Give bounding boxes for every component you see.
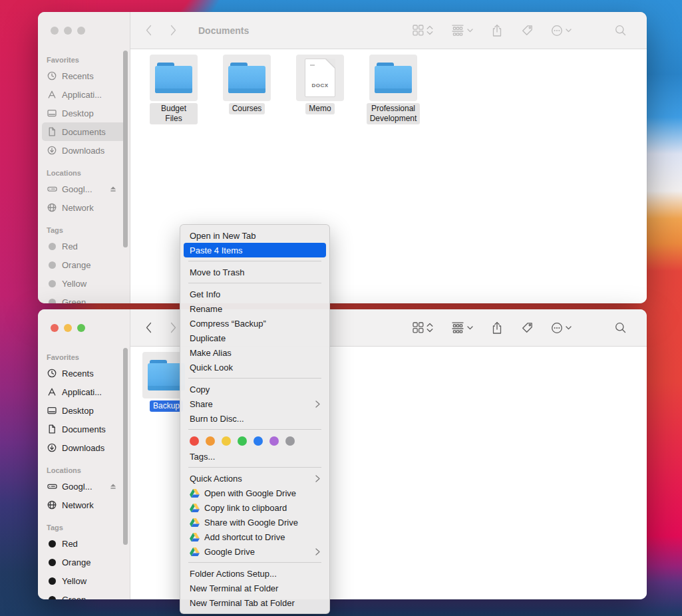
file-item-courses[interactable]: Courses [223, 55, 271, 114]
sidebar-item-recents[interactable]: Recents [42, 67, 126, 85]
sidebar-item-green[interactable]: Green [42, 293, 126, 303]
toolbar-button-tag[interactable] [515, 322, 539, 334]
zoom-button[interactable] [77, 27, 85, 35]
menu-item-add-shortcut-to-drive[interactable]: Add shortcut to Drive [184, 530, 326, 544]
sidebar-item-googl[interactable]: Googl... [42, 477, 126, 496]
tag-icon [521, 322, 533, 334]
toolbar-button-share[interactable] [485, 321, 509, 335]
context-menu: Open in New Tab Paste 4 Items Move to Tr… [180, 224, 330, 614]
file-label: Backup [150, 400, 183, 412]
menu-item-quick-look[interactable]: Quick Look [184, 360, 326, 375]
clock-icon [47, 71, 57, 80]
sidebar-item-applicati[interactable]: Applicati... [42, 85, 126, 104]
eject-icon[interactable] [109, 482, 121, 492]
toolbar-button-group-by[interactable] [445, 322, 479, 333]
menu-item-rename[interactable]: Rename [184, 301, 326, 316]
tag-color-dot[interactable] [285, 436, 295, 446]
sidebar-item-applicati[interactable]: Applicati... [42, 383, 126, 401]
sidebar-item-orange[interactable]: Orange [42, 255, 126, 274]
file-icon-box [369, 55, 417, 101]
sidebar-item-red[interactable]: Red [42, 534, 126, 553]
tag-color-dot[interactable] [190, 436, 199, 446]
toolbar-button-search[interactable] [609, 25, 632, 36]
eject-icon[interactable] [109, 184, 121, 194]
menu-item-paste-4-items[interactable]: Paste 4 Items [184, 243, 326, 257]
menu-item-quick-actions[interactable]: Quick Actions [184, 471, 326, 486]
toolbar-button-grid-view[interactable] [407, 25, 439, 36]
sidebar-item-orange[interactable]: Orange [42, 553, 126, 571]
sidebar-item-green[interactable]: Green [42, 590, 126, 599]
file-item-memo[interactable]: DOCX Memo [296, 55, 344, 114]
toolbar-button-more[interactable] [545, 25, 578, 37]
menu-item-burn-to-disc[interactable]: Burn to Disc... [184, 411, 326, 426]
tag-color-dot[interactable] [254, 436, 263, 446]
tag-dot-icon [47, 243, 57, 250]
sidebar-item-googl[interactable]: Googl... [42, 180, 126, 198]
sidebar-item-recents[interactable]: Recents [42, 364, 126, 383]
chevron-down-icon [467, 326, 473, 330]
tag-color-dot[interactable] [238, 436, 247, 446]
menu-item-copy-link-to-clipboard[interactable]: Copy link to clipboard [184, 500, 326, 515]
forward-button[interactable] [170, 322, 177, 333]
menu-item-duplicate[interactable]: Duplicate [184, 331, 326, 345]
file-icon-box: DOCX [296, 55, 344, 101]
menu-item-get-info[interactable]: Get Info [184, 287, 326, 301]
menu-item-new-terminal-at-folder[interactable]: New Terminal at Folder [184, 581, 326, 595]
menu-item-tags[interactable]: Tags... [184, 449, 326, 464]
sidebar-item-downloads[interactable]: Downloads [42, 438, 126, 457]
sidebar-item-yellow[interactable]: Yellow [42, 571, 126, 590]
menu-item-move-to-trash[interactable]: Move to Trash [184, 265, 326, 279]
minimize-button[interactable] [64, 27, 72, 35]
sidebar-item-documents[interactable]: Documents [42, 420, 126, 438]
tag-color-dot[interactable] [206, 436, 215, 446]
sidebar-item-documents[interactable]: Documents [42, 122, 126, 141]
menu-item-open-in-new-tab[interactable]: Open in New Tab [184, 228, 326, 243]
sidebar-item-network[interactable]: Network [42, 496, 126, 514]
menu-item-share[interactable]: Share [184, 396, 326, 411]
toolbar-button-search[interactable] [609, 322, 632, 333]
back-button[interactable] [145, 322, 152, 333]
back-button[interactable] [145, 25, 152, 36]
menu-item-open-with-google-drive[interactable]: Open with Google Drive [184, 486, 326, 500]
search-icon [615, 322, 626, 333]
close-button[interactable] [51, 324, 59, 332]
forward-button[interactable] [170, 25, 177, 36]
sidebar-item-yellow[interactable]: Yellow [42, 274, 126, 293]
file-item-budget-files[interactable]: Budget Files [150, 55, 198, 124]
sidebar-item-label: Green [62, 595, 86, 600]
menu-item-share-with-google-drive[interactable]: Share with Google Drive [184, 515, 326, 530]
menu-item-google-drive[interactable]: Google Drive [184, 544, 326, 559]
tag-dot-icon [47, 299, 57, 304]
sidebar-item-network[interactable]: Network [42, 198, 126, 217]
sidebar-item-red[interactable]: Red [42, 237, 126, 255]
menu-item-new-terminal-tab-at-folder[interactable]: New Terminal Tab at Folder [184, 595, 326, 610]
sidebar-scrollbar[interactable] [123, 51, 128, 247]
sidebar-scrollbar[interactable] [123, 348, 128, 545]
chevron-down-icon [566, 29, 572, 33]
tag-color-dot[interactable] [222, 436, 231, 446]
toolbar-button-more[interactable] [545, 322, 578, 334]
menu-item-copy[interactable]: Copy [184, 382, 326, 396]
tag-dot-icon [47, 596, 57, 600]
close-button[interactable] [51, 27, 59, 35]
sidebar-item-label: Red [62, 241, 78, 251]
menu-item-make-alias[interactable]: Make Alias [184, 345, 326, 360]
toolbar-button-share[interactable] [485, 24, 509, 37]
sidebar-item-label: Network [62, 500, 94, 510]
desktop-icon [47, 108, 57, 118]
tag-color-dot[interactable] [269, 436, 279, 446]
grid-view-icon [413, 322, 424, 333]
menu-item-compress-backup[interactable]: Compress “Backup” [184, 316, 326, 331]
sidebar-section-label: Locations [38, 461, 130, 477]
minimize-button[interactable] [64, 324, 72, 332]
sidebar-item-desktop[interactable]: Desktop [42, 401, 126, 420]
file-item-professional-development[interactable]: Professional Development [369, 55, 417, 124]
zoom-button[interactable] [77, 324, 85, 332]
toolbar-button-group-by[interactable] [445, 25, 479, 36]
sidebar-item-downloads[interactable]: Downloads [42, 141, 126, 160]
google-drive-icon [190, 489, 200, 498]
sidebar-item-desktop[interactable]: Desktop [42, 104, 126, 122]
toolbar-button-grid-view[interactable] [407, 322, 439, 333]
menu-item-folder-actions-setup[interactable]: Folder Actions Setup... [184, 566, 326, 581]
toolbar-button-tag[interactable] [515, 25, 539, 37]
